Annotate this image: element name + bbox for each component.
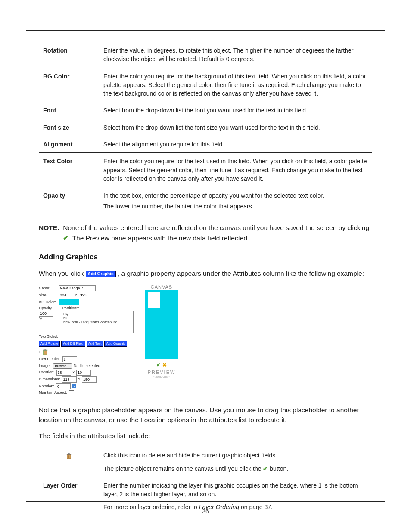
attributes-figure: Name: Size:x BG Color: Opacity % Partiti… bbox=[39, 284, 372, 396]
row-key: Font bbox=[39, 102, 99, 119]
fig-dim-w[interactable] bbox=[62, 376, 77, 383]
checkmark-icon: ✔ bbox=[63, 234, 68, 242]
fig-opacity-unit: % bbox=[39, 317, 60, 321]
trash-desc-1: Click this icon to delete and hide the c… bbox=[103, 452, 277, 459]
table-row: FontSelect from the drop-down list the f… bbox=[39, 102, 372, 119]
row-val: Click this icon to delete and hide the c… bbox=[99, 447, 372, 477]
row-key: Alignment bbox=[39, 136, 99, 153]
properties-table-1: RotationEnter the value, in degrees, to … bbox=[39, 42, 372, 215]
trash-desc-2a: The picture object remains on the canvas… bbox=[103, 465, 263, 472]
fig-layer-input[interactable] bbox=[62, 356, 77, 362]
row-val: Select from the drop-down list the font … bbox=[99, 102, 372, 119]
row-key: BG Color bbox=[39, 68, 99, 102]
table-row: AlignmentSelect the alignment you requir… bbox=[39, 136, 372, 153]
intro-text-a: When you click bbox=[39, 270, 86, 277]
row-key: Text Color bbox=[39, 153, 99, 187]
note-label: NOTE: bbox=[39, 223, 59, 243]
row-val: Select the alignment you require for thi… bbox=[99, 136, 372, 153]
fig-size-w[interactable] bbox=[59, 292, 73, 298]
fig-maintain-label: Maintain Aspect: bbox=[39, 390, 67, 395]
fig-loc-x[interactable] bbox=[56, 370, 71, 376]
save-icon[interactable]: ✔ bbox=[156, 362, 161, 368]
fig-rotation-label: Rotation: bbox=[39, 384, 54, 389]
badge-tag: <BADGE> bbox=[138, 375, 185, 379]
canvas-panel: CANVAS ✔ ✖ PREVIEW <BADGE> bbox=[138, 284, 185, 396]
partition-item[interactable]: New York - Long Island Warehouse bbox=[63, 320, 132, 324]
checkmark-icon: ✔ bbox=[263, 465, 268, 472]
svg-rect-4 bbox=[67, 454, 72, 454]
svg-rect-1 bbox=[43, 349, 48, 350]
fig-buttons-row: Add Picture Add DB Field Add Text Add Gr… bbox=[39, 341, 134, 347]
graphic-placeholder[interactable] bbox=[148, 292, 160, 308]
opacity-line1: In the text box, enter the percentage of… bbox=[103, 192, 324, 199]
table-row: Text ColorEnter the color you require fo… bbox=[39, 153, 372, 187]
fig-partitions-list[interactable]: HQ NC New York - Long Island Warehouse bbox=[62, 311, 134, 333]
partition-item[interactable]: NC bbox=[63, 316, 132, 320]
section-heading: Adding Graphics bbox=[39, 253, 372, 261]
fig-name-label: Name: bbox=[39, 286, 57, 291]
row-val: Enter the color you require for the text… bbox=[99, 153, 372, 187]
trash-desc-2b: button. bbox=[268, 465, 288, 472]
fig-size-label: Size: bbox=[39, 293, 57, 298]
svg-rect-5 bbox=[68, 453, 70, 454]
page-number: 36 bbox=[0, 508, 411, 515]
row-key: Rotation bbox=[39, 42, 99, 68]
fig-loc-y[interactable] bbox=[76, 370, 91, 376]
fig-dim-h[interactable] bbox=[82, 376, 97, 383]
note-text-b: . The Preview pane appears with the new … bbox=[68, 234, 249, 242]
paragraph-notice: Notice that a graphic placeholder appear… bbox=[39, 405, 372, 425]
note-text-a: None of the values entered here are refl… bbox=[63, 224, 369, 231]
trash-icon[interactable] bbox=[66, 453, 72, 460]
fig-size-h[interactable] bbox=[79, 292, 93, 298]
table-row: BG ColorEnter the color you require for … bbox=[39, 68, 372, 102]
rotation-dropdown-icon[interactable]: ▾ bbox=[72, 384, 76, 389]
note-body: None of the values entered here are refl… bbox=[63, 223, 372, 243]
row-val: Select from the drop-down list the font … bbox=[99, 119, 372, 136]
fig-btn-add-dbfield[interactable]: Add DB Field bbox=[61, 341, 85, 347]
intro-text-b: , a graphic property appears under the A… bbox=[116, 270, 364, 277]
paragraph-fields-intro: The fields in the attributes list includ… bbox=[39, 431, 372, 441]
row-val: Enter the color you require for the back… bbox=[99, 68, 372, 102]
fig-twosided-checkbox[interactable] bbox=[60, 334, 65, 339]
partition-item[interactable]: HQ bbox=[63, 312, 132, 316]
note-block: NOTE: None of the values entered here ar… bbox=[39, 223, 372, 243]
row-key: Font size bbox=[39, 119, 99, 136]
preview-label: PREVIEW bbox=[138, 370, 185, 375]
svg-rect-0 bbox=[44, 350, 47, 355]
add-graphic-button[interactable]: Add Graphic bbox=[86, 271, 116, 277]
fig-btn-add-text[interactable]: Add Text bbox=[87, 341, 103, 347]
canvas-title: CANVAS bbox=[138, 284, 185, 289]
trash-icon[interactable] bbox=[42, 348, 48, 355]
row-key: Opacity bbox=[39, 187, 99, 215]
table-row: Font sizeSelect from the drop-down list … bbox=[39, 119, 372, 136]
fig-layer-label: Layer Order: bbox=[39, 357, 61, 361]
fig-browse-button[interactable]: Browse... bbox=[53, 363, 72, 369]
properties-table-2: Click this icon to delete and hide the c… bbox=[39, 447, 372, 516]
row-val: In the text box, enter the percentage of… bbox=[99, 187, 372, 215]
fig-dimensions-label: Dimensions: bbox=[39, 377, 60, 382]
fig-btn-add-graphic[interactable]: Add Graphic bbox=[104, 341, 127, 347]
fig-name-input[interactable] bbox=[59, 285, 96, 291]
canvas-area[interactable] bbox=[145, 290, 178, 359]
fig-bgcolor-swatch[interactable] bbox=[59, 299, 79, 305]
fig-opacity-input[interactable] bbox=[39, 311, 53, 317]
table-row: Click this icon to delete and hide the c… bbox=[39, 447, 372, 477]
table-row: RotationEnter the value, in degrees, to … bbox=[39, 42, 372, 68]
fig-no-file: No file selected. bbox=[74, 364, 101, 368]
fig-rotation-input[interactable] bbox=[56, 383, 71, 389]
trash-icon-cell bbox=[39, 447, 99, 477]
opacity-line2: The lower the number, the fainter the co… bbox=[103, 203, 254, 210]
cancel-icon[interactable]: ✖ bbox=[162, 362, 167, 368]
fig-twosided-label: Two Sided: bbox=[39, 334, 58, 339]
fig-opacity-label: Opacity bbox=[39, 306, 60, 311]
fig-bgcolor-label: BG Color: bbox=[39, 300, 57, 305]
svg-rect-2 bbox=[44, 349, 46, 350]
table-row: Opacity In the text box, enter the perce… bbox=[39, 187, 372, 215]
attributes-panel: Name: Size:x BG Color: Opacity % Partiti… bbox=[39, 284, 134, 396]
fig-image-label: Image: bbox=[39, 364, 51, 368]
fig-btn-add-picture[interactable]: Add Picture bbox=[39, 341, 60, 347]
layer-desc-1: Enter the number indicating the layer th… bbox=[103, 482, 358, 498]
fig-location-label: Location: bbox=[39, 370, 55, 375]
intro-paragraph: When you click Add Graphic , a graphic p… bbox=[39, 268, 372, 278]
fig-maintain-checkbox[interactable] bbox=[69, 390, 74, 395]
